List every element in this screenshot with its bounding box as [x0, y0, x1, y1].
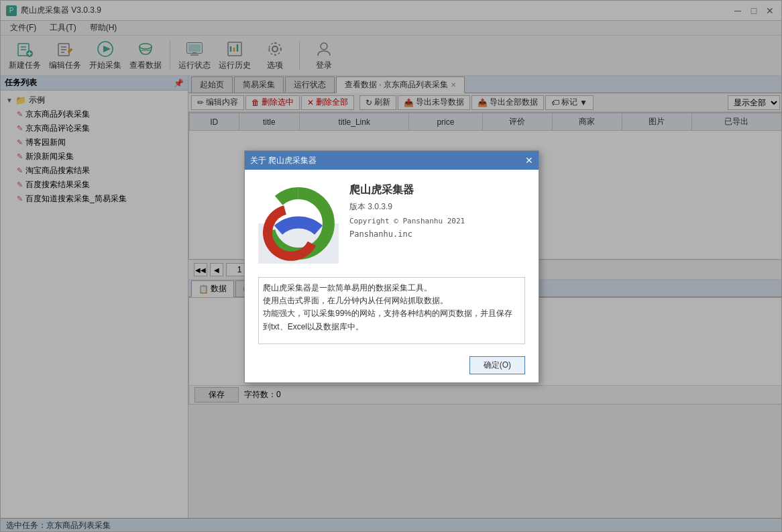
modal-info: 爬山虎采集器 版本 3.0.3.9 Copyright © Panshanhu … [349, 183, 525, 264]
modal-footer: 确定(O) [245, 351, 539, 382]
modal-close-button[interactable]: ✕ [525, 155, 533, 166]
modal-description: 爬山虎采集器是一款简单易用的数据采集工具。使用点击式界面，在几分钟内从任何网站抓… [258, 277, 525, 344]
modal-overlay: 关于 爬山虎采集器 ✕ [1, 1, 782, 532]
modal-app-name: 爬山虎采集器 [349, 183, 525, 197]
modal-desc-text: 爬山虎采集器是一款简单易用的数据采集工具。使用点击式界面，在几分钟内从任何网站抓… [263, 283, 512, 331]
modal-title: 关于 爬山虎采集器 [250, 155, 317, 166]
modal-ok-button[interactable]: 确定(O) [469, 356, 525, 374]
modal-logo [258, 183, 339, 264]
modal-website: Panshanhu.inc [349, 229, 525, 239]
modal-title-bar: 关于 爬山虎采集器 ✕ [245, 151, 539, 170]
modal-copyright: Copyright © Panshanhu 2021 [349, 217, 525, 225]
about-dialog: 关于 爬山虎采集器 ✕ [244, 150, 539, 383]
modal-body: 爬山虎采集器 版本 3.0.3.9 Copyright © Panshanhu … [245, 170, 539, 277]
modal-version: 版本 3.0.3.9 [349, 201, 525, 213]
